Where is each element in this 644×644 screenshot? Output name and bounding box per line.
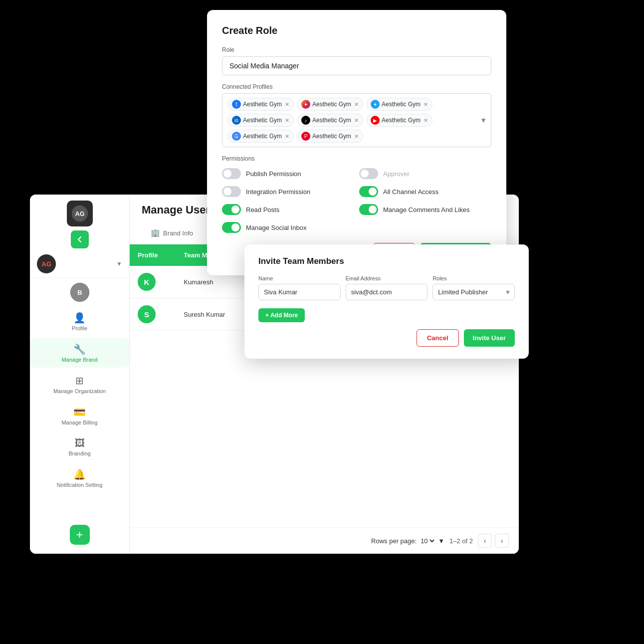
- connected-profiles-group: Connected Profiles f Aesthetic Gym ✕ ✦ A…: [222, 83, 491, 147]
- profile-icon: 👤: [73, 312, 86, 324]
- read-posts-toggle[interactable]: [222, 204, 241, 215]
- svg-text:AG: AG: [41, 260, 51, 268]
- permissions-label: Permissions: [222, 155, 491, 162]
- instagram-icon: ✦: [301, 100, 310, 109]
- sidebar-label-manage-billing: Manage Billing: [61, 420, 97, 426]
- invite-email-label: Email Address: [346, 275, 428, 281]
- publish-label: Publish Permission: [246, 170, 301, 178]
- sidebar-brand-selector[interactable]: AG ▼: [30, 250, 129, 278]
- sidebar-item-notification[interactable]: 🔔 Notification Setting: [30, 463, 129, 493]
- permission-read-posts: Read Posts: [222, 204, 354, 215]
- integration-label: Integration Permission: [246, 188, 310, 196]
- profile-chip-youtube[interactable]: ▶ Aesthetic Gym ✕: [366, 114, 432, 127]
- manage-inbox-toggle[interactable]: [222, 222, 241, 233]
- invite-roles-select[interactable]: Limited Publisher Admin Editor: [432, 284, 515, 300]
- invite-cancel-button[interactable]: Cancel: [417, 329, 459, 347]
- profile-chip-linkedin[interactable]: in Aesthetic Gym ✕: [227, 114, 294, 127]
- chip-close-tt[interactable]: ✕: [354, 117, 359, 124]
- tiktok-icon: ♪: [301, 116, 310, 125]
- brand-info-tab-icon: 🏢: [151, 228, 160, 237]
- chip-close-ig[interactable]: ✕: [354, 101, 359, 108]
- approver-label: Approver: [383, 170, 410, 178]
- prev-page-button[interactable]: ‹: [478, 534, 492, 548]
- all-channel-label: All Channel Access: [383, 188, 438, 196]
- pagination-nav: ‹ ›: [478, 534, 509, 548]
- brand-avatar: AG: [37, 254, 56, 273]
- chip-label-fb: Aesthetic Gym: [243, 101, 282, 108]
- chip-label-tw: Aesthetic Gym: [382, 101, 421, 108]
- profile-chip-instagram[interactable]: ✦ Aesthetic Gym ✕: [297, 98, 363, 111]
- linkedin-icon: in: [232, 116, 241, 125]
- permission-publish: Publish Permission: [222, 168, 354, 179]
- chip-close-fb[interactable]: ✕: [285, 101, 289, 108]
- rows-per-page-selector[interactable]: Rows per page: 10 25 50 ▼: [371, 537, 444, 545]
- permission-manage-inbox: Manage Social Inbox: [222, 222, 354, 233]
- sidebar-label-profile: Profile: [72, 325, 87, 331]
- avatar-kumaresh: K: [138, 273, 156, 291]
- permission-integration: Integration Permission: [222, 186, 354, 197]
- twitter-icon: ✦: [371, 100, 380, 109]
- chip-close-goo[interactable]: ✕: [285, 133, 289, 140]
- invite-name-input[interactable]: [258, 284, 341, 300]
- chip-close-pin[interactable]: ✕: [354, 133, 359, 140]
- sidebar-label-branding: Branding: [68, 450, 90, 456]
- all-channel-toggle[interactable]: [359, 186, 378, 197]
- sidebar-item-manage-billing[interactable]: 💳 Manage Billing: [30, 401, 129, 430]
- add-more-button[interactable]: + Add More: [258, 308, 305, 322]
- chip-close-yt[interactable]: ✕: [424, 117, 428, 124]
- chip-close-li[interactable]: ✕: [285, 117, 289, 124]
- brand-dropdown-chevron: ▼: [116, 260, 122, 267]
- profile-chip-google[interactable]: G Aesthetic Gym ✕: [227, 130, 294, 143]
- svg-text:AG: AG: [75, 211, 84, 217]
- facebook-icon: f: [232, 100, 241, 109]
- profile-chip-twitter[interactable]: ✦ Aesthetic Gym ✕: [366, 98, 432, 111]
- chip-label-tt: Aesthetic Gym: [312, 117, 351, 124]
- manage-billing-icon: 💳: [73, 406, 86, 418]
- sidebar: AG AG ▼ B: [30, 195, 130, 554]
- invite-roles-label: Roles: [432, 275, 515, 281]
- chip-close-tw[interactable]: ✕: [424, 101, 428, 108]
- profile-chip-tiktok[interactable]: ♪ Aesthetic Gym ✕: [297, 114, 363, 127]
- rows-select-input[interactable]: 10 25 50: [419, 537, 436, 545]
- add-button[interactable]: +: [70, 525, 90, 545]
- add-icon: +: [76, 528, 83, 542]
- invite-name-label: Name: [258, 275, 341, 281]
- profile-chip-pinterest[interactable]: P Aesthetic Gym ✕: [297, 130, 363, 143]
- invite-modal-footer: Cancel Invite User: [258, 329, 515, 347]
- invite-email-input[interactable]: [346, 284, 428, 300]
- profile-chip-facebook[interactable]: f Aesthetic Gym ✕: [227, 98, 294, 111]
- manage-comments-toggle[interactable]: [359, 204, 378, 215]
- publish-toggle[interactable]: [222, 168, 241, 179]
- integration-toggle[interactable]: [222, 186, 241, 197]
- permission-all-channel: All Channel Access: [359, 186, 491, 197]
- permissions-group: Permissions Publish Permission Approver …: [222, 155, 491, 233]
- permission-approver: Approver: [359, 168, 491, 179]
- sidebar-logo: AG: [67, 201, 93, 226]
- tab-brand-info[interactable]: 🏢 Brand Info: [142, 223, 202, 244]
- sidebar-item-branding[interactable]: 🖼 Branding: [30, 432, 129, 461]
- manage-org-icon: ⊞: [75, 375, 84, 387]
- sidebar-item-manage-brand[interactable]: 🔧 Manage Brand: [30, 338, 129, 368]
- notification-icon: 🔔: [73, 468, 86, 480]
- approver-toggle[interactable]: [359, 168, 378, 179]
- invite-roles-col: Roles Limited Publisher Admin Editor ▼: [432, 275, 515, 300]
- sidebar-item-profile[interactable]: 👤 Profile: [30, 307, 129, 336]
- role-label: Role: [222, 46, 491, 53]
- google-icon: G: [232, 132, 241, 141]
- invite-modal-title: Invite Team Members: [258, 256, 515, 266]
- svg-text:B: B: [77, 289, 82, 296]
- col-profile: Profile: [130, 244, 176, 266]
- role-input[interactable]: [222, 56, 491, 75]
- manage-inbox-label: Manage Social Inbox: [246, 224, 306, 231]
- chip-label-ig: Aesthetic Gym: [312, 101, 351, 108]
- pinterest-icon: P: [301, 132, 310, 141]
- invite-user-button[interactable]: Invite User: [464, 329, 515, 347]
- back-button[interactable]: [71, 230, 89, 248]
- invite-email-col: Email Address: [346, 275, 428, 300]
- profiles-dropdown-arrow[interactable]: ▼: [480, 116, 487, 124]
- second-brand-icon: B: [70, 283, 89, 303]
- sidebar-item-manage-org[interactable]: ⊞ Manage Organization: [30, 370, 129, 399]
- chip-label-yt: Aesthetic Gym: [382, 117, 421, 124]
- next-page-button[interactable]: ›: [495, 534, 509, 548]
- invite-name-col: Name: [258, 275, 341, 300]
